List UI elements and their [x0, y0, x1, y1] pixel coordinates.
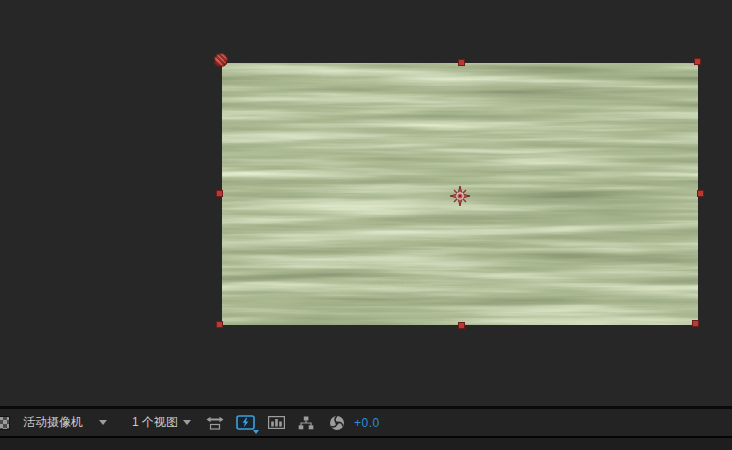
- selection-handle-top-right[interactable]: [694, 58, 701, 65]
- view-layout-dropdown[interactable]: 1 个视图: [132, 414, 191, 431]
- anchor-point[interactable]: [448, 184, 472, 208]
- chevron-down-icon: [99, 420, 107, 425]
- selection-handle-bottom-center[interactable]: [458, 322, 465, 329]
- selection-handle-bottom-right[interactable]: [692, 320, 699, 327]
- fast-previews-icon: [236, 415, 255, 430]
- timeline-button[interactable]: [266, 412, 287, 434]
- composition-panel: 活动摄像机 1 个视图: [0, 0, 732, 450]
- reset-exposure-button[interactable]: [327, 412, 347, 434]
- chevron-down-icon: [253, 430, 259, 434]
- selection-handle-middle-left[interactable]: [216, 190, 223, 197]
- exposure-adjust-value[interactable]: +0.0: [354, 416, 380, 430]
- view-layout-label: 1 个视图: [132, 414, 178, 431]
- viewer-toolbar: 活动摄像机 1 个视图: [0, 406, 732, 436]
- anchor-point-icon: [448, 184, 472, 208]
- selection-handle-top-center[interactable]: [458, 59, 465, 66]
- flowchart-button[interactable]: [296, 412, 316, 434]
- transparency-grid-icon[interactable]: [0, 416, 10, 430]
- pixel-aspect-ratio-button[interactable]: [204, 412, 226, 434]
- chevron-down-icon: [183, 420, 191, 425]
- bottom-status-strip: [0, 436, 732, 450]
- selection-handle-top-left[interactable]: [214, 53, 228, 67]
- selection-handle-middle-right[interactable]: [697, 190, 704, 197]
- pixel-aspect-ratio-icon: [206, 416, 224, 430]
- composition-viewport[interactable]: [0, 0, 732, 406]
- fast-previews-button[interactable]: [234, 412, 257, 434]
- selection-handle-bottom-left[interactable]: [216, 321, 223, 328]
- timeline-icon: [268, 416, 285, 429]
- camera-view-label: 活动摄像机: [23, 414, 83, 431]
- camera-view-dropdown[interactable]: 活动摄像机: [23, 414, 107, 431]
- reset-exposure-aperture-icon: [329, 415, 345, 431]
- flowchart-icon: [298, 416, 314, 430]
